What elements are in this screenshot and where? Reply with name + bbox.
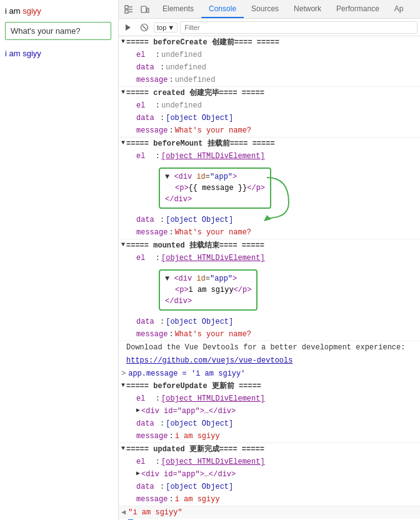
- header-beforecreate: ▼ ===== beforeCreate 创建前==== =====: [119, 36, 420, 49]
- svg-rect-5: [141, 6, 146, 12]
- tab-network[interactable]: Network: [286, 0, 329, 18]
- svg-line-9: [142, 26, 146, 29]
- triangle-icon[interactable]: ▼: [121, 381, 125, 390]
- left-title-red: sgiyy: [22, 6, 41, 16]
- left-panel: i am sgiyy What's your name? i am sgiyy: [0, 0, 119, 520]
- triangle-icon[interactable]: ▼: [121, 240, 125, 249]
- html-preview-beforemount: ▼ <div id="app"> <p>{{ message }}</p> </…: [159, 168, 271, 209]
- log-group-updated: ▼ ===== updated 更新完成==== ===== el : [obj…: [119, 443, 420, 506]
- context-select[interactable]: top ▼: [154, 22, 178, 32]
- html-line-6: </div>: [165, 296, 251, 307]
- input-display: What's your name?: [5, 22, 111, 40]
- log-el: el : undefined: [119, 49, 420, 61]
- separator-text: ===== beforeMount 挂载前==== =====: [126, 138, 275, 149]
- link-line[interactable]: https://github.com/vuejs/vue-devtools: [119, 354, 420, 368]
- header-created: ▼ ===== created 创建完毕==== =====: [119, 87, 420, 99]
- tab-console[interactable]: Console: [201, 0, 244, 18]
- tab-app[interactable]: Ap: [387, 0, 411, 18]
- assignment-text: app.message = 'i am sgiyy': [128, 368, 245, 379]
- tab-bar: Elements Console Sources Network Perform…: [155, 0, 411, 18]
- triangle-icon[interactable]: ▼: [121, 444, 125, 453]
- console-toolbar: top ▼: [119, 19, 420, 36]
- log-data-4: data : [object Object]: [119, 316, 420, 328]
- tab-elements[interactable]: Elements: [155, 0, 201, 18]
- log-group-beforecreate: ▼ ===== beforeCreate 创建前==== ===== el : …: [119, 36, 420, 87]
- triangle-icon[interactable]: ▼: [121, 138, 125, 148]
- log-group-beforeupdate: ▼ ===== beforeUpdate 更新前 ===== el : [obj…: [119, 380, 420, 443]
- devtools-link[interactable]: https://github.com/vuejs/vue-devtools: [126, 356, 292, 365]
- svg-rect-6: [147, 8, 149, 12]
- log-el-5: el : [object HTMLDivElement]: [119, 392, 420, 405]
- header-beforeupdate: ▼ ===== beforeUpdate 更新前 =====: [119, 380, 420, 392]
- log-message-6: message : i am sgiyy: [119, 493, 420, 506]
- html-line-4: ▼ <div id="app">: [165, 273, 251, 284]
- log-el-2: el : undefined: [119, 99, 420, 112]
- log-message-4: message : What's your name?: [119, 328, 420, 341]
- left-title-text: i am: [5, 6, 21, 16]
- left-bottom-text: i am sgiyy: [5, 46, 113, 61]
- log-group-created: ▼ ===== created 创建完毕==== ===== el : unde…: [119, 87, 420, 138]
- devtools-icons: [119, 2, 155, 17]
- assignment-line: > app.message = 'i am sgiyy': [119, 368, 420, 380]
- html-line-1: ▼ <div id="app">: [165, 171, 265, 182]
- separator-text: ===== created 创建完毕==== =====: [126, 88, 264, 99]
- log-message: message : undefined: [119, 74, 420, 86]
- log-data-3: data : [object Object]: [119, 214, 420, 226]
- result-line: ◀ "i am sgiyy": [119, 506, 420, 519]
- console-content[interactable]: ▼ ===== beforeCreate 创建前==== ===== el : …: [119, 36, 420, 520]
- html-line-5: <p>i am sgiyy</p>: [165, 284, 251, 296]
- triangle-icon[interactable]: ▼: [121, 88, 125, 97]
- separator-text: ===== beforeCreate 创建前==== =====: [126, 37, 279, 48]
- log-data: data : undefined: [119, 61, 420, 74]
- tab-performance[interactable]: Performance: [329, 0, 387, 18]
- html-line-2: <p>{{ message }}</p>: [165, 182, 265, 194]
- result-arrow: ◀: [121, 507, 126, 518]
- result-text: "i am sgiyy": [128, 507, 182, 518]
- header-updated: ▼ ===== updated 更新完成==== =====: [119, 443, 420, 456]
- log-div-collapsed-2: ▶ <div id="app">…</div>: [119, 468, 420, 481]
- log-message-2: message : What's your name?: [119, 124, 420, 137]
- html-line-3: </div>: [165, 194, 265, 205]
- log-el-6: el : [object HTMLDivElement]: [119, 456, 420, 468]
- log-message-5: message : i am sgiyy: [119, 430, 420, 442]
- log-group-mounted: ▼ ===== mounted 挂载结束==== ===== el : [obj…: [119, 239, 420, 341]
- svg-rect-0: [125, 6, 128, 9]
- run-icon[interactable]: [121, 21, 135, 34]
- log-data-2: data : [object Object]: [119, 112, 420, 124]
- log-group-beforemount: ▼ ===== beforeMount 挂载前==== ===== el : […: [119, 138, 420, 239]
- devtools-panel: Elements Console Sources Network Perform…: [119, 0, 420, 520]
- svg-marker-7: [126, 24, 131, 31]
- header-beforemount: ▼ ===== beforeMount 挂载前==== =====: [119, 138, 420, 150]
- triangle-icon[interactable]: ▼: [121, 37, 125, 46]
- log-message-3: message : What's your name?: [119, 226, 420, 239]
- device-icon[interactable]: [138, 2, 152, 17]
- context-label: top: [157, 24, 166, 31]
- svg-rect-4: [125, 10, 128, 13]
- triangle-right-icon[interactable]: ▶: [136, 406, 140, 415]
- filter-input[interactable]: [180, 21, 418, 34]
- clear-icon[interactable]: [138, 21, 151, 34]
- separator-text: ===== beforeUpdate 更新前 =====: [126, 381, 261, 392]
- html-preview-mounted: ▼ <div id="app"> <p>i am sgiyy</p> </div…: [159, 269, 258, 311]
- tab-sources[interactable]: Sources: [244, 0, 286, 18]
- left-title: i am sgiyy: [5, 6, 113, 16]
- separator-text: ===== mounted 挂载结束==== =====: [126, 240, 264, 251]
- devtools-tabbar: Elements Console Sources Network Perform…: [119, 0, 420, 19]
- separator-text: ===== updated 更新完成==== =====: [126, 444, 264, 455]
- header-mounted: ▼ ===== mounted 挂载结束==== =====: [119, 239, 420, 252]
- inspect-icon[interactable]: [121, 2, 136, 17]
- log-div-collapsed-1: ▶ <div id="app">…</div>: [119, 405, 420, 418]
- triangle-right-icon[interactable]: ▶: [136, 469, 140, 478]
- log-data-5: data : [object Object]: [119, 418, 420, 430]
- log-data-6: data : [object Object]: [119, 481, 420, 493]
- log-el-3: el : [object HTMLDivElement]: [119, 150, 420, 162]
- log-el-4: el : [object HTMLDivElement]: [119, 252, 420, 264]
- chevron-down-icon: ▼: [168, 24, 174, 31]
- download-line: Download the Vue Devtools for a better d…: [119, 341, 420, 354]
